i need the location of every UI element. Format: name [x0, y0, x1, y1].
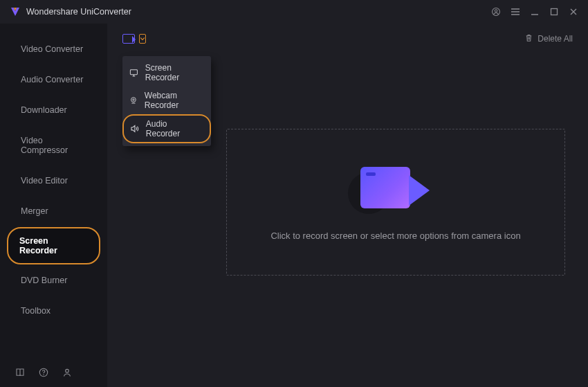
content-toolbar: Screen Recorder Webcam Recorder Audio Re…	[122, 33, 573, 44]
account-icon[interactable]	[491, 7, 501, 17]
dropdown-item-webcam-recorder[interactable]: Webcam Recorder	[122, 87, 211, 114]
dropdown-item-screen-recorder[interactable]: Screen Recorder	[122, 59, 211, 87]
help-icon[interactable]	[39, 368, 48, 377]
sidebar-item-video-compressor[interactable]: Video Compressor	[7, 126, 100, 165]
dropdown-item-label: Audio Recorder	[146, 119, 203, 138]
sidebar-item-label: Toolbox	[21, 306, 50, 316]
svg-point-4	[43, 375, 44, 375]
sidebar-list: Video Converter Audio Converter Download…	[0, 33, 107, 358]
record-mode-dropdown: Screen Recorder Webcam Recorder Audio Re…	[122, 56, 211, 146]
menu-icon[interactable]	[511, 7, 520, 17]
sidebar-item-merger[interactable]: Merger	[7, 197, 100, 226]
svg-rect-6	[130, 69, 137, 74]
sidebar-item-label: Screen Recorder	[19, 236, 57, 255]
speaker-icon	[129, 124, 139, 134]
minimize-icon[interactable]	[530, 7, 540, 17]
trash-icon	[524, 33, 533, 44]
svg-point-7	[131, 98, 136, 102]
svg-point-8	[133, 99, 134, 100]
user-icon[interactable]	[62, 368, 72, 377]
delete-all-button[interactable]: Delete All	[524, 33, 573, 44]
sidebar-item-downloader[interactable]: Downloader	[7, 96, 100, 125]
sidebar-footer	[0, 358, 107, 387]
sidebar-item-label: Video Converter	[21, 44, 83, 54]
titlebar: Wondershare UniConverter	[0, 0, 588, 24]
titlebar-right	[491, 7, 578, 17]
sidebar-item-audio-converter[interactable]: Audio Converter	[7, 65, 100, 94]
maximize-icon[interactable]	[549, 7, 559, 17]
content: Screen Recorder Webcam Recorder Audio Re…	[107, 24, 588, 387]
delete-all-label: Delete All	[538, 34, 573, 44]
close-icon[interactable]	[569, 7, 578, 17]
sidebar-item-label: Video Editor	[21, 176, 68, 186]
sidebar-item-screen-recorder[interactable]: Screen Recorder	[7, 227, 100, 264]
sidebar-item-label: DVD Burner	[21, 276, 67, 285]
webcam-icon	[129, 96, 138, 105]
guide-icon[interactable]	[15, 368, 25, 377]
main: Video Converter Audio Converter Download…	[0, 24, 588, 387]
dropdown-item-audio-recorder[interactable]: Audio Recorder	[122, 114, 211, 143]
app-brand: Wondershare UniConverter	[10, 6, 131, 17]
wondershare-logo-icon	[10, 6, 21, 17]
record-dropzone[interactable]: Click to record screen or select more op…	[226, 129, 565, 276]
dropdown-item-label: Screen Recorder	[145, 63, 203, 82]
camera-large-icon	[358, 164, 434, 215]
sidebar-item-label: Video Compressor	[21, 136, 68, 155]
dropzone-hint: Click to record screen or select more op…	[270, 231, 520, 241]
chevron-down-icon	[139, 34, 146, 44]
svg-rect-2	[551, 9, 558, 15]
sidebar-item-video-converter[interactable]: Video Converter	[7, 35, 100, 64]
app-title: Wondershare UniConverter	[26, 7, 131, 17]
camera-icon	[122, 34, 135, 44]
record-mode-button[interactable]	[122, 34, 146, 44]
svg-point-1	[495, 10, 497, 12]
sidebar-item-video-editor[interactable]: Video Editor	[7, 166, 100, 195]
dropdown-item-label: Webcam Recorder	[145, 91, 203, 110]
svg-point-5	[66, 369, 69, 372]
sidebar-item-label: Downloader	[21, 105, 67, 115]
sidebar-item-label: Audio Converter	[21, 75, 83, 84]
sidebar-item-toolbox[interactable]: Toolbox	[7, 296, 100, 325]
monitor-icon	[129, 68, 138, 78]
sidebar: Video Converter Audio Converter Download…	[0, 24, 107, 387]
sidebar-item-label: Merger	[21, 206, 48, 216]
sidebar-item-dvd-burner[interactable]: DVD Burner	[7, 266, 100, 295]
